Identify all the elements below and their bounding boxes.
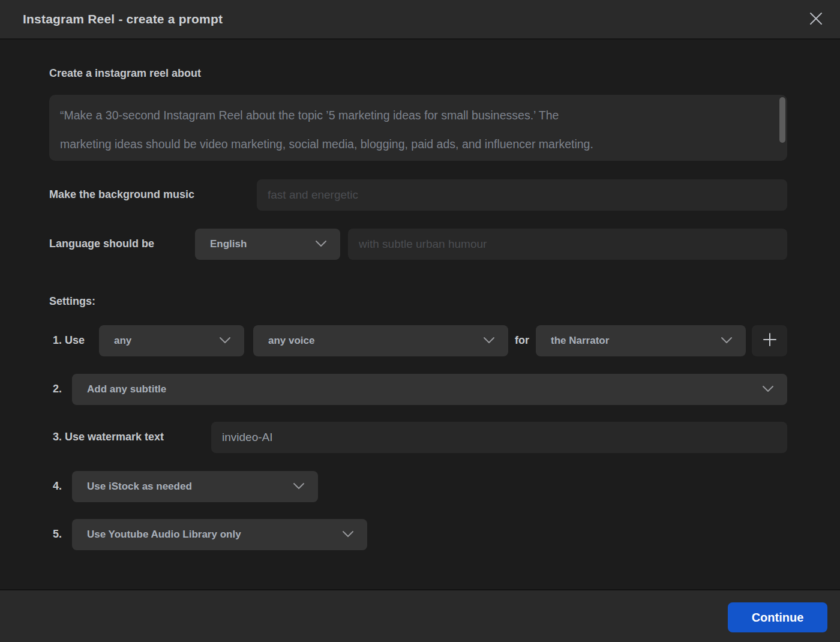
language-label: Language should be xyxy=(49,238,154,250)
chevron-down-icon xyxy=(315,239,327,250)
setting-1-label: 1. Use xyxy=(53,334,85,347)
istock-select[interactable]: Use iStock as needed xyxy=(72,471,318,502)
language-selected-value: English xyxy=(210,238,308,250)
chevron-down-icon xyxy=(483,335,495,346)
subtitle-selected-value: Add any subtitle xyxy=(87,383,755,395)
narrator-selected-value: the Narrator xyxy=(551,335,713,347)
setting-4-number: 4. xyxy=(53,480,62,493)
setting-2-number: 2. xyxy=(53,383,62,395)
dialog-footer: Continue xyxy=(0,589,840,642)
prompt-label: Create a instagram reel about xyxy=(49,67,201,80)
background-music-label: Make the background music xyxy=(49,188,194,201)
audio-library-select[interactable]: Use Youtube Audio Library only xyxy=(72,519,367,550)
plus-icon xyxy=(762,332,778,350)
media-type-select[interactable]: any xyxy=(99,325,244,356)
watermark-input[interactable] xyxy=(211,422,787,453)
chevron-down-icon xyxy=(342,529,354,540)
istock-selected-value: Use iStock as needed xyxy=(87,481,286,493)
chevron-down-icon xyxy=(762,384,774,395)
voice-select[interactable]: any voice xyxy=(253,325,508,356)
continue-button[interactable]: Continue xyxy=(728,602,827,632)
background-music-input[interactable] xyxy=(257,179,787,211)
add-setting-button[interactable] xyxy=(752,325,787,356)
subtitle-select[interactable]: Add any subtitle xyxy=(72,374,787,405)
textarea-scrollbar-thumb[interactable] xyxy=(779,97,785,143)
dialog-header: Instagram Reel - create a prompt xyxy=(0,0,840,40)
settings-heading: Settings: xyxy=(49,295,95,308)
setting-5-number: 5. xyxy=(53,528,62,541)
voice-selected-value: any voice xyxy=(268,335,476,347)
prompt-textarea[interactable]: “Make a 30-second Instagram Reel about t… xyxy=(49,95,787,161)
language-modifier-input[interactable] xyxy=(348,229,787,260)
prompt-text: “Make a 30-second Instagram Reel about t… xyxy=(60,101,758,158)
audio-library-selected-value: Use Youtube Audio Library only xyxy=(87,529,335,541)
chevron-down-icon xyxy=(219,335,231,346)
for-label: for xyxy=(515,334,529,347)
close-button[interactable] xyxy=(806,10,826,29)
dialog-title: Instagram Reel - create a prompt xyxy=(23,12,223,26)
chevron-down-icon xyxy=(721,335,733,346)
language-select[interactable]: English xyxy=(195,229,340,260)
media-type-selected-value: any xyxy=(114,335,212,347)
narrator-select[interactable]: the Narrator xyxy=(536,325,746,356)
setting-3-label: 3. Use watermark text xyxy=(53,431,164,443)
chevron-down-icon xyxy=(293,481,305,492)
close-icon xyxy=(808,11,824,29)
